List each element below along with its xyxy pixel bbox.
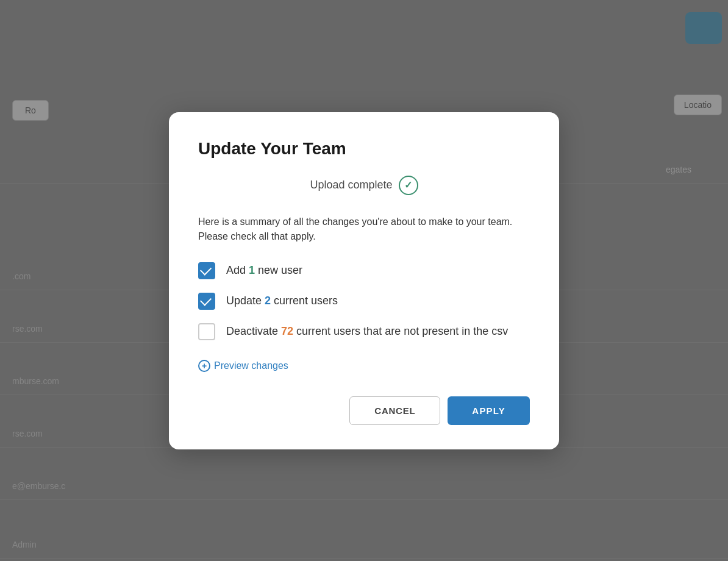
update-users-count: 2	[265, 295, 271, 307]
preview-changes-text: Preview changes	[214, 360, 288, 371]
apply-button[interactable]: APPLY	[448, 396, 530, 425]
modal-title: Update Your Team	[198, 139, 530, 159]
upload-status-row: Upload complete ✓	[198, 176, 530, 195]
checkbox-deactivate-users-box[interactable]	[198, 323, 215, 340]
modal-button-row: CANCEL APPLY	[198, 396, 530, 425]
cancel-button[interactable]: CANCEL	[349, 396, 440, 425]
checkbox-update-users[interactable]: Update 2 current users	[198, 293, 530, 310]
update-team-modal: Update Your Team Upload complete ✓ Here …	[169, 112, 559, 449]
checkbox-add-users-label: Add 1 new user	[226, 264, 302, 277]
preview-plus-icon: +	[198, 360, 210, 372]
summary-text: Here is a summary of all the changes you…	[198, 215, 530, 244]
deactivate-users-count: 72	[281, 325, 293, 337]
preview-changes-link[interactable]: + Preview changes	[198, 360, 530, 372]
checkbox-update-users-box[interactable]	[198, 293, 215, 310]
upload-complete-icon: ✓	[399, 176, 418, 195]
upload-status-text: Upload complete	[310, 179, 392, 191]
checkbox-deactivate-users[interactable]: Deactivate 72 current users that are not…	[198, 323, 530, 340]
checkbox-deactivate-users-label: Deactivate 72 current users that are not…	[226, 325, 508, 338]
checkbox-list: Add 1 new user Update 2 current users De…	[198, 262, 530, 340]
checkbox-update-users-label: Update 2 current users	[226, 295, 338, 307]
checkbox-add-users[interactable]: Add 1 new user	[198, 262, 530, 279]
modal-backdrop: Update Your Team Upload complete ✓ Here …	[0, 0, 728, 561]
checkbox-add-users-box[interactable]	[198, 262, 215, 279]
add-users-count: 1	[249, 264, 255, 276]
